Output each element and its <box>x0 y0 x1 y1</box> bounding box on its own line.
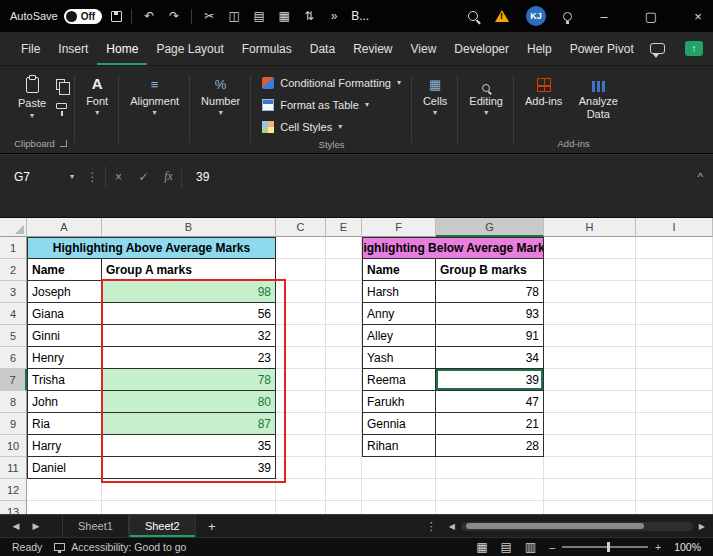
insert-function-icon[interactable]: fx <box>156 169 181 184</box>
font-button[interactable]: A Font ▾ <box>80 70 114 116</box>
cell[interactable] <box>276 435 326 457</box>
cell[interactable] <box>326 237 362 259</box>
formula-input[interactable]: 39 <box>196 170 698 184</box>
cell[interactable] <box>326 369 362 391</box>
cell[interactable] <box>636 479 713 501</box>
horizontal-scrollbar[interactable] <box>461 522 693 531</box>
cell[interactable] <box>326 457 362 479</box>
cell[interactable] <box>276 413 326 435</box>
warning-icon[interactable]: ! <box>495 10 509 22</box>
cell-b6[interactable]: 23 <box>102 347 276 369</box>
qat-pivot-icon[interactable]: ▦ <box>276 9 292 23</box>
column-header-g[interactable]: G <box>436 218 544 237</box>
enter-icon[interactable]: ✓ <box>131 170 156 184</box>
save-icon[interactable] <box>111 11 122 22</box>
cell[interactable] <box>636 281 713 303</box>
tab-view[interactable]: View <box>402 32 446 65</box>
cell[interactable] <box>544 303 636 325</box>
avatar[interactable]: KJ <box>526 6 546 26</box>
cell[interactable] <box>544 369 636 391</box>
row-header-11[interactable]: 11 <box>0 457 27 479</box>
addins-button[interactable]: Add-ins <box>519 70 568 107</box>
scrollbar-thumb[interactable] <box>466 523 644 529</box>
cell[interactable] <box>636 303 713 325</box>
cell[interactable] <box>326 479 362 501</box>
zoom-level[interactable]: 100% <box>674 541 701 553</box>
cell-b11[interactable]: 39 <box>102 457 276 479</box>
normal-view-icon[interactable]: ▦ <box>476 540 487 554</box>
cell-f3[interactable]: Harsh <box>362 281 436 303</box>
cell[interactable] <box>362 479 436 501</box>
cell-g5[interactable]: 91 <box>436 325 544 347</box>
scroll-left-icon[interactable]: ◀ <box>449 522 455 531</box>
cell-f8[interactable]: Farukh <box>362 391 436 413</box>
search-icon[interactable] <box>468 11 478 21</box>
accessibility-status[interactable]: Accessibility: Good to go <box>54 541 186 553</box>
cell[interactable] <box>27 479 102 501</box>
cell[interactable] <box>276 347 326 369</box>
tab-page-layout[interactable]: Page Layout <box>147 32 232 65</box>
cell-g10[interactable]: 28 <box>436 435 544 457</box>
cell-a7[interactable]: Trisha <box>27 369 102 391</box>
cell[interactable] <box>326 325 362 347</box>
page-break-view-icon[interactable]: ▥ <box>525 540 536 554</box>
cell[interactable] <box>544 479 636 501</box>
cell-g4[interactable]: 93 <box>436 303 544 325</box>
cell-a11[interactable]: Daniel <box>27 457 102 479</box>
tab-home[interactable]: Home <box>97 32 147 65</box>
row-header-7[interactable]: 7 <box>0 369 27 391</box>
cell-a8[interactable]: John <box>27 391 102 413</box>
cell[interactable] <box>276 259 326 281</box>
column-header-h[interactable]: H <box>544 218 636 237</box>
cell[interactable] <box>636 457 713 479</box>
add-sheet-icon[interactable]: + <box>200 519 224 534</box>
lightbulb-icon[interactable] <box>563 12 572 21</box>
editing-button[interactable]: Editing ▾ <box>463 70 509 116</box>
cell-b9[interactable]: 87 <box>102 413 276 435</box>
number-button[interactable]: % Number ▾ <box>195 70 246 116</box>
tab-developer[interactable]: Developer <box>445 32 518 65</box>
scroll-right-icon[interactable]: ▶ <box>699 522 705 531</box>
cell[interactable] <box>326 347 362 369</box>
cell-b3[interactable]: 98 <box>102 281 276 303</box>
cell-g7-active[interactable]: 39 <box>436 369 544 391</box>
tab-data[interactable]: Data <box>301 32 344 65</box>
cell[interactable] <box>636 369 713 391</box>
collapse-formula-bar-icon[interactable]: ^ <box>698 171 703 183</box>
more-commands-icon[interactable]: » <box>326 9 342 23</box>
sheet-tab-sheet2[interactable]: Sheet2 <box>129 515 196 537</box>
row-header-1[interactable]: 1 <box>0 237 27 259</box>
cell[interactable] <box>276 479 326 501</box>
autosave-switch[interactable]: Off <box>64 9 102 24</box>
sheet-nav-right-icon[interactable]: ▶ <box>28 521 44 531</box>
zoom-in-icon[interactable]: + <box>655 541 661 553</box>
cell[interactable] <box>544 347 636 369</box>
cell[interactable] <box>544 325 636 347</box>
cell[interactable] <box>636 325 713 347</box>
column-header-c[interactable]: C <box>276 218 326 237</box>
cell[interactable] <box>636 237 713 259</box>
cell-b8[interactable]: 80 <box>102 391 276 413</box>
cell[interactable] <box>544 435 636 457</box>
cell-b10[interactable]: 35 <box>102 435 276 457</box>
analyze-data-button[interactable]: Analyze Data <box>568 70 628 120</box>
comments-icon[interactable] <box>650 43 665 54</box>
cell[interactable] <box>636 391 713 413</box>
qat-sync-icon[interactable]: ⇅ <box>301 9 317 23</box>
restore-button[interactable]: ▢ <box>636 9 666 24</box>
conditional-formatting-button[interactable]: Conditional Formatting ▾ <box>256 72 407 94</box>
paste-button[interactable]: Paste ▾ <box>11 70 53 119</box>
cell[interactable] <box>636 413 713 435</box>
cell[interactable] <box>636 347 713 369</box>
row-header-4[interactable]: 4 <box>0 303 27 325</box>
cell[interactable] <box>276 237 326 259</box>
copy-icon[interactable] <box>56 79 65 90</box>
sheet-tab-sheet1[interactable]: Sheet1 <box>62 515 129 537</box>
qat-cut-icon[interactable]: ✂ <box>201 9 217 23</box>
cell-b2[interactable]: Group A marks <box>102 259 276 281</box>
cell[interactable] <box>544 391 636 413</box>
minimize-button[interactable]: – <box>589 9 619 24</box>
cell-a10[interactable]: Harry <box>27 435 102 457</box>
cell-f5[interactable]: Alley <box>362 325 436 347</box>
row-header-8[interactable]: 8 <box>0 391 27 413</box>
